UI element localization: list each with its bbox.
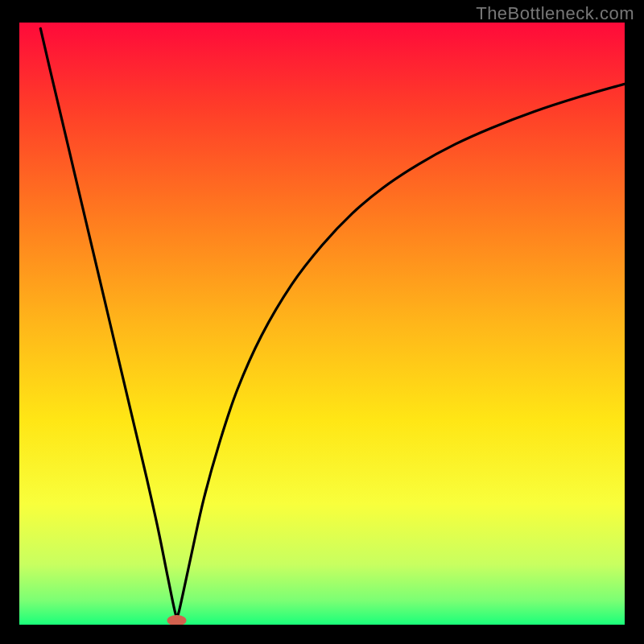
- chart-svg: [19, 23, 625, 625]
- watermark-text: TheBottleneck.com: [476, 3, 634, 24]
- plot-area: [19, 23, 625, 625]
- chart-container: TheBottleneck.com: [0, 0, 644, 644]
